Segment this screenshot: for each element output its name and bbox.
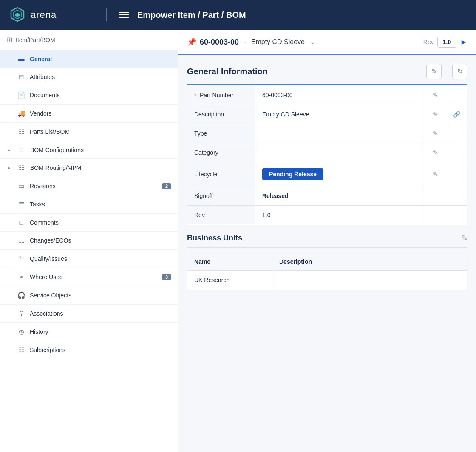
- tasks-icon: ☰: [17, 201, 26, 208]
- sidebar-item-label: Vendors: [30, 110, 51, 117]
- sidebar-item-documents[interactable]: 📄 Documents: [0, 86, 178, 105]
- description-label: Description: [187, 105, 255, 124]
- sidebar-item-revisions[interactable]: ▭ Revisions 2: [0, 177, 178, 195]
- top-header: arena Empower Item / Part / BOM: [0, 0, 476, 30]
- sidebar-item-label: Comments: [30, 219, 59, 226]
- signoff-value: Released: [255, 186, 425, 206]
- sidebar-item-quality-issues[interactable]: ↻ Quality/Issues: [0, 250, 178, 268]
- sidebar-item-subscriptions[interactable]: ☷ Subscriptions: [0, 341, 178, 359]
- business-units-section: Business Units ✎ Name Description UK Res…: [187, 233, 468, 290]
- rev-section: Rev 1.0 ►: [423, 37, 468, 48]
- logo-area: arena: [8, 6, 94, 24]
- sidebar: ⊞ Item/Part/BOM ▬ General ⊟ Attributes 📄…: [0, 30, 178, 452]
- sidebar-item-label: Attributes: [30, 73, 55, 80]
- sidebar-item-service-objects[interactable]: 🎧 Service Objects: [0, 286, 178, 305]
- rev-label: Rev: [423, 39, 434, 45]
- revisions-badge: 2: [162, 183, 171, 189]
- part-dropdown-icon[interactable]: ⌄: [310, 39, 315, 45]
- sidebar-item-comments[interactable]: □ Comments: [0, 214, 178, 232]
- part-icon: 📌: [187, 37, 196, 47]
- parts-list-icon: ☷: [17, 128, 26, 136]
- general-information-section: General Information ✎ ↻ * Part Number 60…: [187, 64, 468, 225]
- sidebar-item-label: Tasks: [30, 201, 45, 208]
- business-units-table: Name Description UK Research: [187, 253, 468, 290]
- lifecycle-edit-cell: ✎: [425, 162, 446, 186]
- main-content: 📌 60-0003-00 - Empty CD Sleeve ⌄ Rev 1.0…: [178, 30, 476, 452]
- sidebar-top-label: Item/Part/BOM: [16, 37, 55, 43]
- sidebar-item-label: Documents: [30, 92, 60, 99]
- table-row: * Part Number 60-0003-00 ✎: [187, 86, 468, 105]
- required-star: *: [194, 92, 196, 99]
- rev-value: 1.0: [437, 37, 456, 48]
- rev-value-cell: 1.0: [255, 206, 425, 225]
- refresh-button[interactable]: ↻: [452, 64, 468, 79]
- revisions-icon: ▭: [17, 182, 26, 190]
- lifecycle-value: Pending Release: [255, 162, 425, 186]
- associations-icon: ⚲: [17, 310, 26, 317]
- sidebar-item-label: Associations: [30, 310, 63, 317]
- sidebar-item-label: Subscriptions: [30, 347, 65, 353]
- table-row: Type ✎: [187, 124, 468, 143]
- bom-configurations-icon: ≡: [17, 146, 26, 153]
- part-separator: -: [244, 39, 246, 45]
- sidebar-item-bom-configurations[interactable]: ► ≡ BOM Configurations: [0, 141, 178, 159]
- sidebar-item-label: Revisions: [30, 183, 56, 189]
- subscriptions-icon: ☷: [17, 346, 26, 354]
- sidebar-item-vendors[interactable]: 🚚 Vendors: [0, 105, 178, 123]
- quality-issues-icon: ↻: [17, 255, 26, 263]
- description-value: Empty CD Sleeve: [255, 105, 425, 124]
- content-inner: General Information ✎ ↻ * Part Number 60…: [178, 55, 476, 298]
- sidebar-item-changes-ecos[interactable]: ⚎ Changes/ECOs: [0, 232, 178, 250]
- sidebar-item-label: BOM Routing/MPM: [30, 164, 82, 171]
- sidebar-item-where-used[interactable]: ⚭ Where Used 3: [0, 268, 178, 286]
- general-info-table: * Part Number 60-0003-00 ✎ Description E…: [187, 85, 468, 225]
- header-divider: [106, 8, 107, 21]
- edit-general-button[interactable]: ✎: [426, 64, 442, 79]
- description-link-icon[interactable]: 🔗: [453, 111, 460, 118]
- general-icon: ▬: [17, 55, 26, 62]
- table-row: Lifecycle Pending Release ✎: [187, 162, 468, 186]
- edit-part-number-icon[interactable]: ✎: [433, 92, 438, 99]
- sidebar-item-general[interactable]: ▬ General: [0, 50, 178, 68]
- edit-category-icon[interactable]: ✎: [433, 149, 438, 156]
- where-used-badge: 3: [162, 274, 171, 280]
- category-label: Category: [187, 143, 255, 162]
- signoff-label: Signoff: [187, 186, 255, 206]
- lifecycle-badge: Pending Release: [262, 168, 323, 180]
- table-row: Description Empty CD Sleeve ✎ 🔗: [187, 105, 468, 124]
- category-edit-cell: ✎: [425, 143, 446, 162]
- sidebar-item-label: General: [30, 56, 52, 62]
- sidebar-item-label: Parts List/BOM: [30, 128, 70, 135]
- sidebar-item-label: Quality/Issues: [30, 255, 67, 262]
- sidebar-item-bom-routing-mpm[interactable]: ► ☷ BOM Routing/MPM: [0, 159, 178, 177]
- sidebar-item-associations[interactable]: ⚲ Associations: [0, 305, 178, 323]
- item-part-bom-icon: ⊞: [7, 36, 12, 44]
- part-number-edit-cell: ✎: [425, 86, 446, 105]
- edit-type-icon[interactable]: ✎: [433, 130, 438, 137]
- changes-ecos-icon: ⚎: [17, 237, 26, 244]
- table-row: Rev 1.0: [187, 206, 468, 225]
- sidebar-item-tasks[interactable]: ☰ Tasks: [0, 195, 178, 214]
- sidebar-item-attributes[interactable]: ⊟ Attributes: [0, 68, 178, 86]
- rev-next-arrow-icon[interactable]: ►: [460, 38, 468, 47]
- business-units-header: Business Units ✎: [187, 233, 468, 248]
- sidebar-item-history[interactable]: ◷ History: [0, 323, 178, 341]
- part-name: Empty CD Sleeve: [251, 38, 305, 46]
- part-number: 60-0003-00: [200, 38, 239, 47]
- table-header-row: Name Description: [187, 253, 468, 271]
- table-row: Category ✎: [187, 143, 468, 162]
- hamburger-menu-icon[interactable]: [119, 12, 129, 18]
- expand-arrow-icon: ►: [7, 147, 11, 153]
- type-label: Type: [187, 124, 255, 143]
- bu-name-header: Name: [187, 253, 272, 271]
- type-edit-cell: ✎: [425, 124, 446, 143]
- signoff-edit-cell: [425, 186, 446, 206]
- lifecycle-label: Lifecycle: [187, 162, 255, 186]
- header-title: Empower Item / Part / BOM: [137, 10, 246, 20]
- sidebar-item-label: Service Objects: [30, 292, 71, 299]
- edit-description-icon[interactable]: ✎: [433, 111, 438, 118]
- edit-lifecycle-icon[interactable]: ✎: [433, 171, 438, 178]
- edit-business-units-icon[interactable]: ✎: [461, 233, 468, 243]
- logo-text: arena: [31, 9, 57, 20]
- sidebar-item-parts-list-bom[interactable]: ☷ Parts List/BOM: [0, 123, 178, 141]
